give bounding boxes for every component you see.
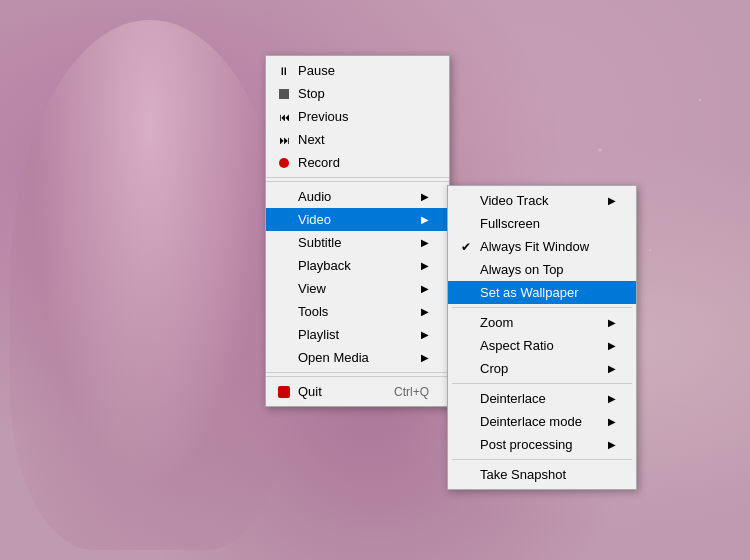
arrow-icon-submenu-deinterlace: ▶	[608, 393, 616, 404]
figure-overlay	[10, 20, 290, 550]
arrow-icon-submenu-zoom: ▶	[608, 317, 616, 328]
arrow-icon-subtitle: ▶	[421, 237, 429, 248]
group-separator-1	[452, 383, 632, 384]
arrow-icon-submenu-crop: ▶	[608, 363, 616, 374]
arrow-icon-view: ▶	[421, 283, 429, 294]
menu-item-view[interactable]: View▶	[266, 277, 449, 300]
menu-item-pause[interactable]: ⏸Pause	[266, 59, 449, 82]
submenu-item-always-fit[interactable]: ✔Always Fit Window	[448, 235, 636, 258]
menu-label-record: Record	[298, 155, 429, 170]
submenu-label-fullscreen: Fullscreen	[480, 216, 616, 231]
submenu-label-aspect-ratio: Aspect Ratio	[480, 338, 600, 353]
submenu-label-always-on-top: Always on Top	[480, 262, 616, 277]
submenu-item-aspect-ratio[interactable]: Aspect Ratio▶	[448, 334, 636, 357]
submenu-label-post-processing: Post processing	[480, 437, 600, 452]
submenu-item-set-wallpaper[interactable]: Set as Wallpaper	[448, 281, 636, 304]
arrow-icon-video: ▶	[421, 214, 429, 225]
submenu-label-crop: Crop	[480, 361, 600, 376]
group-separator-2	[452, 459, 632, 460]
record-icon	[274, 158, 294, 168]
arrow-icon-audio: ▶	[421, 191, 429, 202]
submenu-item-fullscreen[interactable]: Fullscreen	[448, 212, 636, 235]
menu-label-view: View	[298, 281, 413, 296]
stop-icon	[274, 89, 294, 99]
menu-item-previous[interactable]: ⏮Previous	[266, 105, 449, 128]
submenu-item-deinterlace-mode[interactable]: Deinterlace mode▶	[448, 410, 636, 433]
quit-icon	[274, 386, 294, 398]
submenu-item-zoom[interactable]: Zoom▶	[448, 311, 636, 334]
submenu-label-deinterlace-mode: Deinterlace mode	[480, 414, 600, 429]
menu-label-pause: Pause	[298, 63, 429, 78]
submenu-label-take-snapshot: Take Snapshot	[480, 467, 616, 482]
menu-item-quit[interactable]: QuitCtrl+Q	[266, 380, 449, 403]
video-submenu: Video Track▶Fullscreen✔Always Fit Window…	[447, 185, 637, 490]
submenu-item-always-on-top[interactable]: Always on Top	[448, 258, 636, 281]
menu-label-tools: Tools	[298, 304, 413, 319]
submenu-item-crop[interactable]: Crop▶	[448, 357, 636, 380]
shortcut-quit: Ctrl+Q	[394, 385, 429, 399]
pause-icon: ⏸	[274, 65, 294, 77]
submenu-item-video-track[interactable]: Video Track▶	[448, 189, 636, 212]
menu-item-open-media[interactable]: Open Media▶	[266, 346, 449, 373]
menu-label-previous: Previous	[298, 109, 429, 124]
arrow-icon-playback: ▶	[421, 260, 429, 271]
menu-item-record[interactable]: Record	[266, 151, 449, 178]
arrow-icon-submenu-deinterlace-mode: ▶	[608, 416, 616, 427]
separator-after-record	[266, 181, 449, 182]
menu-label-open-media: Open Media	[298, 350, 413, 365]
menu-label-stop: Stop	[298, 86, 429, 101]
menu-item-next[interactable]: ⏭Next	[266, 128, 449, 151]
arrow-icon-tools: ▶	[421, 306, 429, 317]
submenu-label-video-track: Video Track	[480, 193, 600, 208]
menu-item-subtitle[interactable]: Subtitle▶	[266, 231, 449, 254]
check-icon-always-fit: ✔	[456, 240, 476, 254]
arrow-icon-submenu-post-processing: ▶	[608, 439, 616, 450]
menu-label-playlist: Playlist	[298, 327, 413, 342]
menu-label-playback: Playback	[298, 258, 413, 273]
menu-item-playback[interactable]: Playback▶	[266, 254, 449, 277]
menu-label-quit: Quit	[298, 384, 374, 399]
submenu-item-take-snapshot[interactable]: Take Snapshot	[448, 463, 636, 486]
submenu-label-zoom: Zoom	[480, 315, 600, 330]
arrow-icon-playlist: ▶	[421, 329, 429, 340]
submenu-label-set-wallpaper: Set as Wallpaper	[480, 285, 616, 300]
menu-item-video[interactable]: Video▶	[266, 208, 449, 231]
menu-item-audio[interactable]: Audio▶	[266, 185, 449, 208]
menu-label-next: Next	[298, 132, 429, 147]
arrow-icon-submenu-video-track: ▶	[608, 195, 616, 206]
previous-icon: ⏮	[274, 111, 294, 123]
submenu-item-post-processing[interactable]: Post processing▶	[448, 433, 636, 456]
submenu-label-deinterlace: Deinterlace	[480, 391, 600, 406]
next-icon: ⏭	[274, 134, 294, 146]
separator-after-open-media	[266, 376, 449, 377]
menu-label-subtitle: Subtitle	[298, 235, 413, 250]
menu-item-tools[interactable]: Tools▶	[266, 300, 449, 323]
arrow-icon-open-media: ▶	[421, 352, 429, 363]
primary-context-menu: ⏸PauseStop⏮Previous⏭NextRecordAudio▶Vide…	[265, 55, 450, 407]
group-separator-0	[452, 307, 632, 308]
menu-label-video: Video	[298, 212, 413, 227]
submenu-item-deinterlace[interactable]: Deinterlace▶	[448, 387, 636, 410]
menu-item-stop[interactable]: Stop	[266, 82, 449, 105]
arrow-icon-submenu-aspect-ratio: ▶	[608, 340, 616, 351]
submenu-label-always-fit: Always Fit Window	[480, 239, 616, 254]
menu-item-playlist[interactable]: Playlist▶	[266, 323, 449, 346]
menu-label-audio: Audio	[298, 189, 413, 204]
